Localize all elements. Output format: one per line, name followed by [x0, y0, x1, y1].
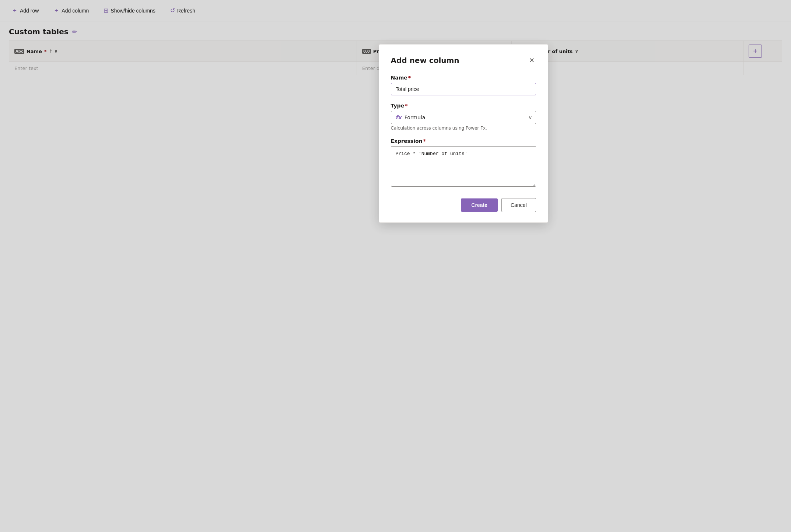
type-value-label: Formula [405, 114, 426, 120]
panel-footer: Create Cancel [391, 198, 536, 212]
create-button[interactable]: Create [461, 198, 498, 212]
name-field-label: Name* [391, 75, 536, 81]
expression-form-group: Expression* Price * 'Number of units' [391, 138, 536, 188]
type-form-group: Type* fx Formula ∨ Calculation across co… [391, 103, 536, 131]
type-select-wrapper[interactable]: fx Formula ∨ [391, 111, 536, 124]
panel-title: Add new column [391, 56, 459, 65]
expression-field-label: Expression* [391, 138, 536, 144]
fx-icon: fx [396, 114, 402, 121]
add-column-panel: Add new column ✕ Name* Type* fx Formula … [379, 44, 548, 223]
expression-textarea[interactable]: Price * 'Number of units' [391, 146, 536, 187]
panel-close-button[interactable]: ✕ [528, 55, 536, 66]
cancel-button[interactable]: Cancel [501, 198, 536, 212]
type-select-display[interactable]: fx Formula [391, 111, 536, 124]
panel-header: Add new column ✕ [391, 55, 536, 66]
name-form-group: Name* [391, 75, 536, 95]
name-input[interactable] [391, 83, 536, 95]
helper-text: Calculation across columns using Power F… [391, 126, 536, 131]
type-field-label: Type* [391, 103, 536, 109]
